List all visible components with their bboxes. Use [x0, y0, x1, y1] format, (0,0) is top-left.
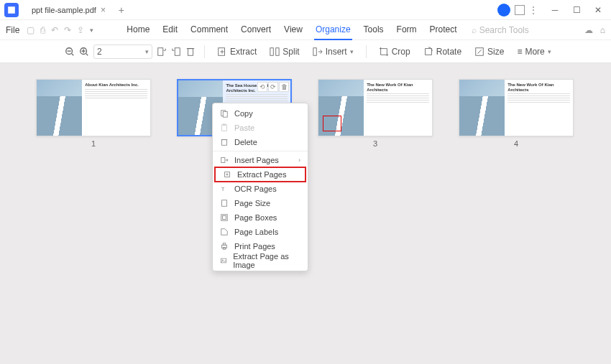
- page-thumb-4[interactable]: The New Work Of Kian Architects4: [459, 79, 574, 148]
- zoom-in-icon[interactable]: [79, 47, 89, 57]
- new-tab-button[interactable]: +: [113, 4, 130, 16]
- svg-rect-14: [276, 47, 279, 55]
- menubar: File ▢ ⎙ ↶ ↷ ⇪ ▾ HomeEditCommentConvertV…: [0, 20, 611, 40]
- ctx-insert-pages[interactable]: Insert Pages ›: [213, 153, 308, 167]
- svg-rect-8: [158, 47, 163, 55]
- home-icon[interactable]: ⌂: [600, 25, 605, 35]
- tab-filename: ppt file-sample.pdf: [32, 6, 96, 14]
- tab-convert[interactable]: Convert: [239, 20, 272, 40]
- svg-rect-29: [222, 215, 226, 219]
- page-labels-icon: [220, 228, 229, 236]
- svg-rect-9: [175, 47, 180, 55]
- submenu-arrow-icon: ›: [298, 157, 300, 164]
- rotate-icon: [423, 47, 433, 57]
- ctx-page-size[interactable]: Page Size: [213, 196, 308, 210]
- svg-rect-24: [221, 158, 225, 163]
- app-grid-icon[interactable]: [515, 5, 525, 15]
- tab-view[interactable]: View: [282, 20, 304, 40]
- svg-line-2: [72, 53, 74, 55]
- svg-text:T: T: [221, 186, 225, 192]
- extract-button[interactable]: Extract: [213, 45, 260, 59]
- ctx-delete[interactable]: Delete: [213, 135, 308, 149]
- thumb-number: 4: [514, 139, 518, 148]
- page-thumb-1[interactable]: About Kian Architects Inc.1: [36, 79, 151, 148]
- page-size-icon: [220, 199, 229, 207]
- thumb-number: 3: [373, 139, 377, 148]
- highlight-box: [323, 116, 341, 131]
- ctx-extract-pages[interactable]: Extract Pages: [214, 167, 306, 182]
- close-button[interactable]: ✕: [588, 3, 608, 17]
- svg-line-5: [86, 53, 88, 55]
- rotate-button[interactable]: Rotate: [420, 45, 465, 59]
- tab-home[interactable]: Home: [125, 20, 151, 40]
- dropdown-icon: ▾: [145, 48, 149, 55]
- tab-protect[interactable]: Protect: [428, 20, 459, 40]
- svg-rect-31: [223, 243, 225, 246]
- delete-icon[interactable]: [185, 47, 196, 57]
- tab-comment[interactable]: Comment: [189, 20, 229, 40]
- tab-organize[interactable]: Organize: [314, 20, 352, 40]
- undo-icon[interactable]: ↶: [51, 25, 58, 35]
- split-button[interactable]: Split: [266, 45, 303, 59]
- ctx-page-boxes[interactable]: Page Boxes: [213, 210, 308, 225]
- insert-icon: [313, 47, 323, 57]
- print-icon[interactable]: ⎙: [40, 25, 45, 35]
- svg-rect-19: [223, 111, 227, 117]
- page-number-input[interactable]: 2 ▾: [93, 45, 152, 59]
- rotate-right-icon[interactable]: [171, 47, 181, 57]
- ctx-paste: Paste: [213, 121, 308, 135]
- trash-icon: [220, 138, 229, 146]
- tab-form[interactable]: Form: [395, 20, 418, 40]
- ctx-extract-as-image[interactable]: Extract Page as Image: [213, 253, 308, 268]
- svg-rect-15: [313, 47, 316, 55]
- maximize-button[interactable]: ☐: [566, 3, 587, 17]
- search-icon: ⌕: [472, 25, 477, 35]
- page-thumb-3[interactable]: The New Work Of Kian Architects3: [318, 79, 433, 148]
- user-avatar[interactable]: [497, 4, 510, 17]
- svg-rect-16: [425, 48, 431, 55]
- search-tools[interactable]: ⌕ Search Tools: [472, 25, 529, 35]
- context-menu: Copy Paste Delete Insert Pages › Extract…: [212, 103, 308, 271]
- svg-rect-13: [270, 47, 273, 55]
- ctx-copy[interactable]: Copy: [213, 106, 308, 121]
- svg-rect-22: [222, 140, 227, 146]
- thumb-number: 1: [91, 139, 96, 148]
- thumb-delete-icon[interactable]: 🗑: [279, 82, 289, 92]
- image-icon: [220, 256, 227, 265]
- more-icon[interactable]: ⋮: [529, 5, 538, 15]
- zoom-out-icon[interactable]: [65, 47, 75, 57]
- minimize-button[interactable]: ─: [545, 3, 565, 17]
- rotate-left-icon[interactable]: [157, 47, 167, 57]
- ctx-print-pages[interactable]: Print Pages: [213, 239, 308, 253]
- page-thumbnail-canvas: About Kian Architects Inc.1The Sea House…: [0, 63, 611, 364]
- page-boxes-icon: [220, 213, 229, 222]
- chevron-down-icon[interactable]: ▾: [90, 27, 93, 34]
- svg-rect-0: [8, 6, 15, 14]
- extract-icon: [217, 47, 227, 57]
- extract-pages-icon: [223, 170, 231, 179]
- tab-close-icon[interactable]: ×: [101, 5, 106, 15]
- svg-rect-27: [222, 200, 227, 207]
- redo-icon[interactable]: ↷: [64, 25, 71, 35]
- cloud-icon[interactable]: ☁: [584, 25, 593, 35]
- crop-button[interactable]: Crop: [375, 45, 414, 59]
- size-button[interactable]: Size: [471, 45, 507, 59]
- document-tab[interactable]: ppt file-sample.pdf ×: [24, 1, 113, 19]
- print-icon: [220, 242, 229, 251]
- paste-icon: [220, 123, 229, 132]
- ctx-page-labels[interactable]: Page Labels: [213, 225, 308, 239]
- share-icon[interactable]: ⇪: [77, 25, 84, 35]
- crop-icon: [379, 47, 389, 57]
- ocr-icon: T: [220, 185, 229, 193]
- tab-tools[interactable]: Tools: [362, 20, 385, 40]
- insert-button[interactable]: Insert ▾: [309, 45, 357, 59]
- ctx-ocr-pages[interactable]: T OCR Pages: [213, 182, 308, 196]
- save-icon[interactable]: ▢: [27, 25, 35, 35]
- more-lines-icon: ≡: [517, 47, 522, 57]
- file-menu[interactable]: File: [6, 25, 19, 35]
- tab-edit[interactable]: Edit: [161, 20, 179, 40]
- more-button[interactable]: ≡ More ▾: [513, 45, 554, 59]
- app-logo: [4, 3, 19, 17]
- thumb-rotate-right-icon[interactable]: ⟳: [268, 82, 278, 92]
- thumb-rotate-left-icon[interactable]: ⟲: [257, 82, 267, 92]
